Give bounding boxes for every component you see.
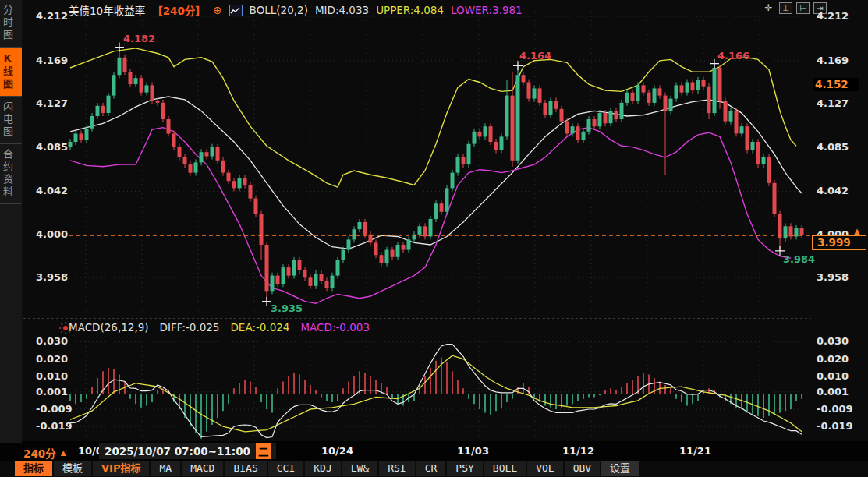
boll-lower-value: LOWER:3.981 <box>451 4 523 16</box>
y-axis-label-right: 3.958 <box>817 271 849 283</box>
y-axis-label-left: 4.000 <box>36 228 67 240</box>
macd-indicator-row: MACD(26,12,9) DIFF:-0.025 DEA:-0.024 MAC… <box>69 321 370 334</box>
sidebar-tab-kline[interactable]: K线图 <box>0 48 22 97</box>
y-axis-label-left: 4.169 <box>36 55 67 66</box>
macd-hist-value: MACD:-0.003 <box>300 321 370 334</box>
toolbar-button-rsi[interactable]: RSI <box>379 461 414 476</box>
toolbar-button-boll[interactable]: BOLL <box>484 461 526 476</box>
indicator-toolbar: 指标 模板 VIP指标 MA MACD BIAS CCI KDJ LW& RSI… <box>15 461 639 477</box>
symbol-name: 美债10年收益率 <box>69 2 145 18</box>
line-chart-icon <box>229 5 243 16</box>
y-axis-label-left: 4.212 <box>36 10 67 22</box>
boll-upper-value: UPPER:4.084 <box>376 4 444 16</box>
macd-axis-label-left: 0.010 <box>36 370 67 382</box>
y-axis-label-right: 4.042 <box>817 185 849 196</box>
time-tick-label: 11/21 <box>679 445 711 457</box>
toolbar-button-template[interactable]: 模板 <box>54 461 91 476</box>
sidebar-tab-timeline[interactable]: 分时图 <box>0 0 22 48</box>
swing-high-annotation: 4.164 <box>519 50 551 62</box>
y-axis-scale-icon[interactable]: ⊥ <box>779 2 792 14</box>
toolbar-button-macd[interactable]: MACD <box>182 461 223 476</box>
macd-axis-label-left: -0.019 <box>36 420 67 432</box>
macd-diff-value: DIFF:-0.025 <box>160 321 220 334</box>
swing-high-annotation: 4.182 <box>123 33 155 44</box>
y-axis-label-right: 4.127 <box>817 97 849 109</box>
period-selector[interactable]: 240分 ▲ <box>23 445 66 461</box>
expand-icon[interactable]: ⊕ <box>213 4 222 16</box>
y-axis-label-right: 4.169 <box>817 55 849 66</box>
toolbar-button-psy[interactable]: PSY <box>447 461 482 476</box>
tooltip-datetime: 2025/10/07 07:00~11:00 <box>105 445 250 458</box>
macd-axis-label-left: 0.030 <box>36 335 67 347</box>
macd-axis-label-left: -0.009 <box>36 403 67 415</box>
macd-params-label: MACD(26,12,9) <box>69 321 149 334</box>
boll-indicator-label: BOLL(20,2) <box>250 4 308 16</box>
macd-axis-label-right: 0.010 <box>817 370 849 382</box>
toolbar-button-lw[interactable]: LW& <box>342 461 377 476</box>
triangle-up-icon: ▲ <box>61 449 66 457</box>
macd-dea-value: DEA:-0.024 <box>230 321 289 334</box>
macd-axis-label-left: 0.001 <box>36 386 67 398</box>
sidebar-tab-contract-info[interactable]: 合约资料 <box>0 144 22 204</box>
swing-high-annotation: 4.166 <box>717 50 749 62</box>
y-axis-label-right: 4.085 <box>817 141 849 153</box>
toolbar-button-kdj[interactable]: KDJ <box>305 461 340 476</box>
toolbar-button-settings[interactable]: 设置 <box>601 461 639 476</box>
price-level-badge: 4.152 <box>813 78 859 91</box>
swing-low-annotation: 3.935 <box>271 302 303 314</box>
y-axis-label-left: 4.042 <box>36 185 67 196</box>
price-chart-canvas[interactable] <box>0 0 868 477</box>
sidebar-tab-flash[interactable]: 闪电图 <box>0 97 22 144</box>
toolbar-button-vip-indicator[interactable]: VIP指标 <box>93 461 149 476</box>
period-label: 【240分】 <box>152 2 206 18</box>
macd-axis-label-left: 0.020 <box>36 353 67 365</box>
last-price-box: 3.999 <box>812 235 866 250</box>
time-tick-label: 10/24 <box>321 445 353 457</box>
price-pin-icon: ▲ <box>854 227 860 235</box>
y-axis-label-left: 4.127 <box>36 97 67 109</box>
macd-axis-label-right: 0.030 <box>817 335 849 347</box>
candle-datetime-tooltip: 2025/10/07 07:00~11:00 二 <box>99 443 276 459</box>
period-text: 240分 <box>23 445 56 461</box>
toolbar-button-ma[interactable]: MA <box>151 461 180 476</box>
swing-low-annotation: 3.984 <box>783 253 815 265</box>
x-axis-scale-icon[interactable]: ⊢ <box>796 2 810 14</box>
y-axis-label-right: 4.212 <box>817 10 849 22</box>
time-tick-label: 11/03 <box>457 445 489 457</box>
macd-axis-label-right: 0.020 <box>817 353 849 365</box>
boll-mid-value: MID:4.033 <box>315 4 369 16</box>
toolbar-button-bias[interactable]: BIAS <box>225 461 266 476</box>
chart-type-sidebar: 分时图 K线图 闪电图 合约资料 <box>0 0 22 443</box>
macd-axis-label-right: -0.019 <box>817 420 853 432</box>
toolbar-button-indicator[interactable]: 指标 <box>15 461 52 476</box>
y-axis-label-left: 4.085 <box>36 141 67 153</box>
toolbar-button-cr[interactable]: CR <box>416 461 446 476</box>
chart-application: 美债10年收益率 【240分】 ⊕ BOLL(20,2) MID:4.033 U… <box>0 0 868 477</box>
toolbar-button-cci[interactable]: CCI <box>268 461 303 476</box>
macd-axis-label-right: 0.001 <box>817 386 849 398</box>
time-tick-label: 11/12 <box>562 445 594 457</box>
y-axis-label-left: 3.958 <box>36 271 67 283</box>
macd-axis-label-right: -0.009 <box>817 403 853 415</box>
title-bar: 美债10年收益率 【240分】 ⊕ BOLL(20,2) MID:4.033 U… <box>69 2 523 18</box>
toolbar-button-vol[interactable]: VOL <box>527 461 562 476</box>
drag-move-icon[interactable]: ✛ <box>762 2 775 14</box>
tooltip-weekday: 二 <box>256 443 271 459</box>
toolbar-button-obv[interactable]: OBV <box>565 461 600 476</box>
